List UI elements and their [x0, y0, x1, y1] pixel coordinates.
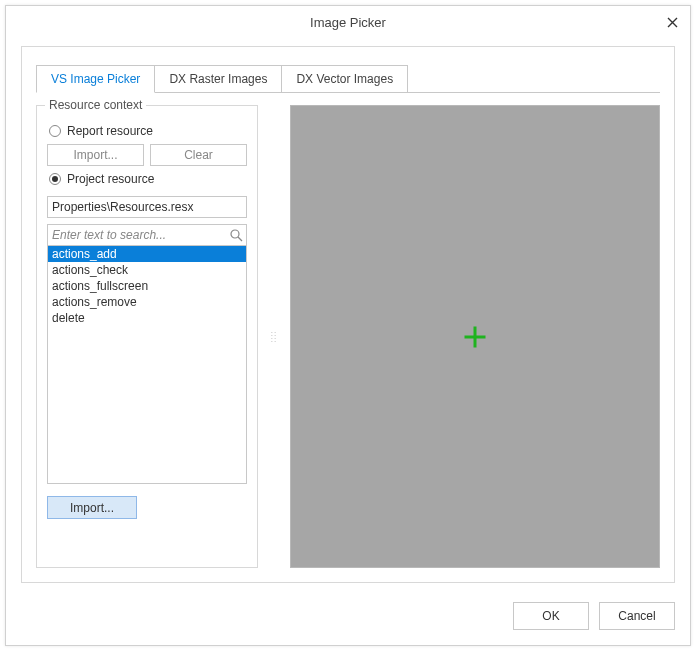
- list-item[interactable]: actions_add: [48, 246, 246, 262]
- button-label: Clear: [184, 148, 213, 162]
- svg-line-1: [238, 237, 242, 241]
- search-wrap: [47, 224, 247, 246]
- import-project-button[interactable]: Import...: [47, 496, 137, 519]
- list-item[interactable]: actions_remove: [48, 294, 246, 310]
- splitter-grip-icon: ········: [271, 331, 277, 343]
- titlebar: Image Picker: [6, 6, 690, 38]
- import-report-button: Import...: [47, 144, 144, 166]
- list-item-label: actions_remove: [52, 295, 137, 309]
- close-icon: [667, 14, 678, 31]
- resource-listbox[interactable]: actions_add actions_check actions_fullsc…: [47, 246, 247, 484]
- content-body: Resource context Report resource Import.…: [36, 105, 660, 568]
- list-item[interactable]: actions_fullscreen: [48, 278, 246, 294]
- list-item-label: actions_add: [52, 247, 117, 261]
- radio-icon: [49, 125, 61, 137]
- close-button[interactable]: [662, 12, 682, 32]
- preview-add-icon: [463, 325, 487, 349]
- tab-dx-vector-images[interactable]: DX Vector Images: [281, 65, 408, 93]
- list-item-label: actions_fullscreen: [52, 279, 148, 293]
- list-item-label: actions_check: [52, 263, 128, 277]
- dialog-window: Image Picker VS Image Picker DX Raster I…: [5, 5, 691, 646]
- report-resource-radio[interactable]: Report resource: [49, 124, 247, 138]
- tab-label: DX Raster Images: [169, 72, 267, 86]
- image-preview-panel: [290, 105, 660, 568]
- tab-label: DX Vector Images: [296, 72, 393, 86]
- list-item-label: delete: [52, 311, 85, 325]
- splitter-handle[interactable]: ········: [270, 105, 278, 568]
- button-label: Import...: [73, 148, 117, 162]
- radio-label: Report resource: [67, 124, 153, 138]
- dialog-body-frame: VS Image Picker DX Raster Images DX Vect…: [21, 46, 675, 583]
- search-icon: [229, 228, 243, 242]
- tab-label: VS Image Picker: [51, 72, 140, 86]
- cancel-button[interactable]: Cancel: [599, 602, 675, 630]
- button-label: Cancel: [618, 609, 655, 623]
- tab-dx-raster-images[interactable]: DX Raster Images: [154, 65, 282, 93]
- tab-vs-image-picker[interactable]: VS Image Picker: [36, 65, 155, 93]
- window-title: Image Picker: [310, 15, 386, 30]
- list-item[interactable]: actions_check: [48, 262, 246, 278]
- resx-path-input[interactable]: [47, 196, 247, 218]
- resource-context-group: Resource context Report resource Import.…: [36, 105, 258, 568]
- radio-icon: [49, 173, 61, 185]
- search-input[interactable]: [47, 224, 247, 246]
- button-label: OK: [542, 609, 559, 623]
- list-item[interactable]: delete: [48, 310, 246, 326]
- dialog-footer: OK Cancel: [513, 602, 675, 630]
- ok-button[interactable]: OK: [513, 602, 589, 630]
- svg-point-0: [231, 230, 239, 238]
- tabstrip: VS Image Picker DX Raster Images DX Vect…: [36, 65, 407, 93]
- button-label: Import...: [70, 501, 114, 515]
- clear-report-button: Clear: [150, 144, 247, 166]
- report-buttons-row: Import... Clear: [47, 144, 247, 166]
- resource-context-legend: Resource context: [45, 98, 146, 112]
- project-resource-radio[interactable]: Project resource: [49, 172, 247, 186]
- radio-label: Project resource: [67, 172, 154, 186]
